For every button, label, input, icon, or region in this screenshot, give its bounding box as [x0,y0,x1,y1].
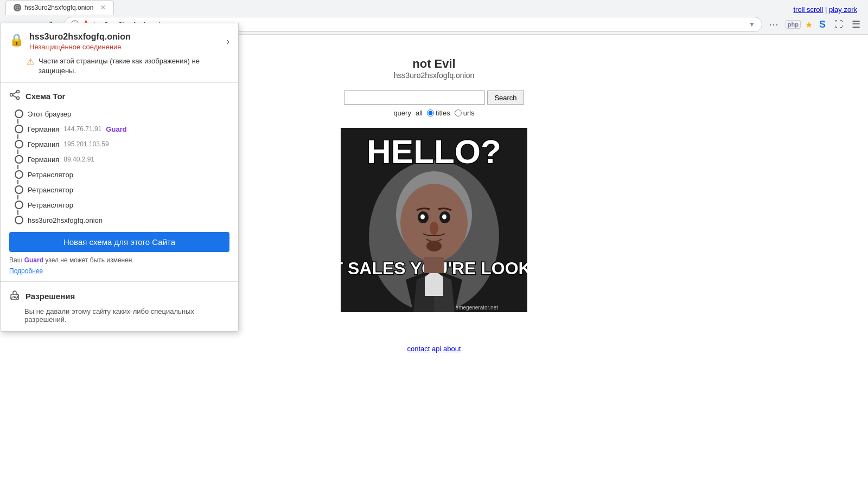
tor-node-7-label: hss3uro2hsxfogfq.onion [28,216,103,224]
tor-title: Схема Tor [25,92,65,101]
all-label: all [416,109,423,117]
permissions-header: ✓ ✗ Разрешения [9,289,229,303]
tor-share-icon [9,89,20,103]
screenshot-icon[interactable]: ⛶ [832,18,845,30]
svg-point-3 [10,94,13,96]
tor-node-6-label: Ретранслятор [28,201,73,209]
sync-icon[interactable]: S [817,18,828,31]
permissions-title: Разрешения [25,292,75,301]
footer: contact api about [407,345,461,364]
warning-text: Части этой страницы (такие как изображен… [39,56,229,76]
new-circuit-button[interactable]: Новая схема для этого Сайта [9,232,229,252]
tor-node-3-label: Германия [28,156,59,164]
search-input[interactable] [344,91,485,105]
tor-node-1: Германия 144.76.71.91 Guard [15,124,229,134]
insecure-label: Незащищённое соединение [29,43,131,51]
tab-bar: hss3uro2hsxfogfq.onion ✕ [0,0,868,15]
guard-note: Ваш Guard узел не может быть изменен. [9,256,229,264]
titles-radio[interactable] [427,109,434,117]
tor-node-1-label: Германия [28,125,59,133]
permissions-icon: ✓ ✗ [9,289,20,303]
tor-node-7: hss3uro2hsxfogfq.onion [15,215,229,225]
tor-node-3: Германия 89.40.2.91 [15,154,229,165]
popup-warning: ⚠ Части этой страницы (такие как изображ… [27,56,229,76]
tor-node-1-ip: 144.76.71.91 [63,125,101,133]
chain-connector-6 [17,210,18,215]
site-title: not Evil [412,57,455,71]
tor-node-5: Ретранслятор [15,184,229,195]
svg-line-7 [13,95,17,98]
tor-chain: Этот браузер Германия 144.76.71.91 Guard… [15,108,229,225]
permissions-section: ✓ ✗ Разрешения Вы не давали этому сайту … [1,282,238,331]
top-right-links: troll scroll | play zork [793,5,857,14]
svg-text:✓: ✓ [10,294,15,300]
tor-node-2: Германия 195.201.103.59 [15,139,229,150]
tor-header: Схема Tor [9,89,229,103]
meme-image: HELLO? IS IT SALES YOU'RE LOOKING FOR? m… [341,128,527,312]
site-identity-info: hss3uro2hsxfogfq.onion Незащищённое соед… [29,32,131,51]
tor-node-3-ip: 89.40.2.91 [63,156,94,163]
search-options: query all titles urls [393,109,474,117]
api-link[interactable]: api [432,345,441,353]
browser-tab[interactable]: hss3uro2hsxfogfq.onion ✕ [5,0,114,15]
popup-more-button[interactable]: › [226,36,229,47]
popup-site-title: hss3uro2hsxfogfq.onion [29,32,131,42]
svg-line-6 [13,92,17,94]
svg-text:✗: ✗ [15,294,20,300]
tab-title: hss3uro2hsxfogfq.onion [24,4,97,11]
tor-node-2-label: Германия [28,140,59,148]
svg-point-31 [430,222,438,235]
site-info-popup: 🔒 hss3uro2hsxfogfq.onion Незащищённое со… [0,23,239,332]
search-area: Search query all titles urls [344,91,524,117]
svg-point-5 [17,97,20,100]
chain-connector-1 [17,134,18,139]
titles-option[interactable]: titles [427,109,450,117]
guard-note-prefix: Ваш [9,256,24,264]
about-link[interactable]: about [443,345,461,353]
site-identity-section: 🔒 hss3uro2hsxfogfq.onion Незащищённое со… [1,23,238,83]
search-row: Search [344,91,524,105]
permissions-text: Вы не давали этому сайту каких-либо спец… [24,307,229,324]
toolbar-right: ⋯ php ★ S ⛶ ☰ [767,17,863,31]
tor-node-6: Ретранслятор [15,199,229,210]
tor-node-0-label: Этот браузер [28,110,71,118]
chain-connector-3 [17,165,18,169]
tor-node-4-label: Ретранслятор [28,171,73,179]
tor-node-5-label: Ретранслятор [28,186,73,194]
chain-connector-4 [17,180,18,184]
address-dropdown-icon[interactable]: ▼ [749,21,755,28]
svg-point-4 [17,91,20,93]
contact-link[interactable]: contact [407,345,430,353]
query-label: query [393,109,411,117]
menu-burger-button[interactable]: ☰ [850,17,863,31]
guard-word: Guard [24,256,43,264]
popup-header: 🔒 hss3uro2hsxfogfq.onion Незащищённое со… [9,32,229,51]
guard-note-suffix: узел не может быть изменен. [43,256,134,264]
svg-rect-26 [424,257,444,273]
link-separator: | [825,5,829,14]
troll-scroll-link[interactable]: troll scroll [793,5,823,14]
php-badge: php [786,20,801,29]
tor-node-4: Ретранслятор [15,169,229,180]
svg-point-29 [420,215,425,219]
learn-more-link[interactable]: Подробнее [9,267,43,275]
chain-connector-2 [17,150,18,154]
play-zork-link[interactable]: play zork [829,5,857,14]
search-button[interactable]: Search [487,91,524,105]
tab-close-button[interactable]: ✕ [100,4,106,11]
warning-icon: ⚠ [27,56,34,67]
svg-text:HELLO?: HELLO? [367,133,501,170]
site-domain: hss3uro2hsxfogfq.onion [394,71,475,80]
svg-point-30 [442,215,446,219]
tor-node-1-guard: Guard [106,125,126,133]
menu-dots-button[interactable]: ⋯ [767,17,781,31]
tor-node-2-ip: 195.201.103.59 [63,140,108,148]
bookmark-star-button[interactable]: ★ [805,20,813,30]
svg-point-32 [426,241,442,251]
urls-radio[interactable] [455,109,462,117]
svg-text:memegenerator.net: memegenerator.net [451,305,498,311]
urls-option[interactable]: urls [455,109,475,117]
chain-connector-5 [17,195,18,199]
tor-node-0: Этот браузер [15,108,229,119]
lock-icon: 🔒 [9,33,24,47]
